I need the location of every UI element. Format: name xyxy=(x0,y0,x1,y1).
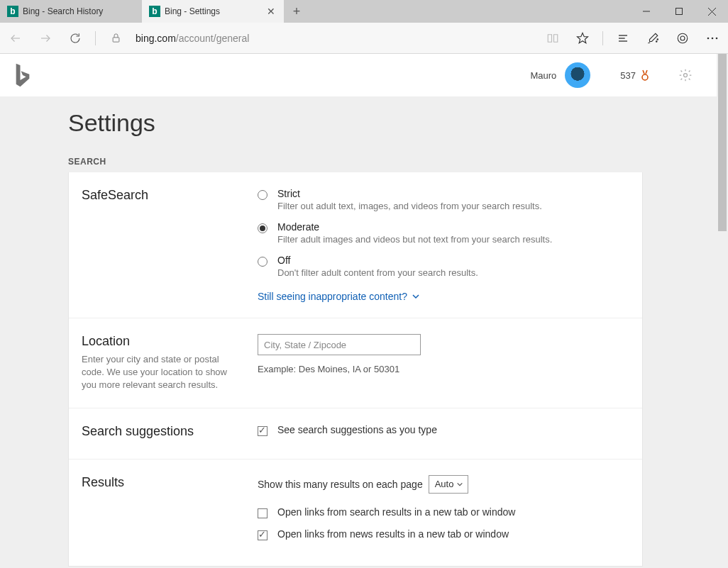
safesearch-heading: SafeSearch xyxy=(82,188,243,203)
option-title: Off xyxy=(277,255,478,266)
username[interactable]: Mauro xyxy=(530,70,556,81)
suggestions-checkbox-row[interactable]: See search suggestions as you type xyxy=(258,424,642,436)
separator xyxy=(95,31,96,45)
svg-point-14 xyxy=(680,36,685,40)
option-desc: Filter adult images and videos but not t… xyxy=(277,234,552,245)
checkbox-icon[interactable] xyxy=(258,530,268,540)
row-location: Location Enter your city and state or po… xyxy=(69,318,642,408)
svg-point-16 xyxy=(712,37,714,39)
svg-point-17 xyxy=(716,37,718,39)
forward-button[interactable] xyxy=(35,28,55,48)
results-perpage-select[interactable]: Auto xyxy=(429,475,469,494)
open-search-new-checkbox[interactable]: Open links from search results in a new … xyxy=(258,506,642,518)
minimize-button[interactable] xyxy=(630,0,663,23)
notes-button[interactable] xyxy=(643,28,663,48)
bing-header: Mauro 537 xyxy=(0,54,717,96)
open-news-new-checkbox[interactable]: Open links from news results in a new ta… xyxy=(258,528,642,540)
link-text: Still seeing inappropriate content? xyxy=(258,291,407,302)
lock-icon[interactable] xyxy=(106,28,126,48)
select-value: Auto xyxy=(435,479,454,489)
more-button[interactable] xyxy=(702,28,722,48)
rewards-points[interactable]: 537 xyxy=(620,69,650,81)
tab-search-history[interactable]: b Bing - Search History xyxy=(0,0,142,23)
row-results: Results Show this many results on each p… xyxy=(69,460,642,566)
bing-icon: b xyxy=(7,6,18,17)
bing-icon: b xyxy=(149,6,160,17)
share-button[interactable] xyxy=(673,28,693,48)
scrollbar-thumb[interactable] xyxy=(718,54,727,231)
checkbox-label: Open links from search results in a new … xyxy=(277,506,515,518)
safesearch-option-strict[interactable]: Strict Filter out adult text, images, an… xyxy=(258,188,642,211)
svg-point-19 xyxy=(684,74,688,77)
results-heading: Results xyxy=(82,475,243,490)
option-desc: Don't filter adult content from your sea… xyxy=(277,267,478,278)
chevron-down-icon xyxy=(456,481,463,488)
checkbox-label: Open links from news results in a new ta… xyxy=(277,528,509,540)
hub-button[interactable] xyxy=(613,28,633,48)
location-input[interactable] xyxy=(258,334,421,355)
chevron-down-icon xyxy=(412,292,420,301)
page-viewport: Mauro 537 Settings SEARCH SafeSearch xyxy=(0,54,728,568)
new-tab-button[interactable]: + xyxy=(284,0,309,23)
reading-view-button[interactable] xyxy=(543,28,563,48)
settings-panel: SafeSearch Strict Filter out adult text,… xyxy=(68,172,643,567)
location-heading: Location xyxy=(82,334,243,349)
vertical-scrollbar[interactable] xyxy=(717,54,728,568)
url-path: /account/general xyxy=(176,33,250,44)
refresh-button[interactable] xyxy=(65,28,85,48)
svg-rect-6 xyxy=(113,38,119,42)
checkbox-label: See search suggestions as you type xyxy=(277,424,437,435)
svg-point-11 xyxy=(656,40,658,42)
section-search-label: SEARCH xyxy=(68,157,717,167)
back-button[interactable] xyxy=(6,28,26,48)
svg-point-13 xyxy=(678,33,688,43)
row-suggestions: Search suggestions See search suggestion… xyxy=(69,408,642,460)
checkbox-icon[interactable] xyxy=(258,426,268,436)
svg-point-15 xyxy=(707,37,710,39)
maximize-button[interactable] xyxy=(663,0,695,23)
radio-icon[interactable] xyxy=(258,257,268,267)
window-controls xyxy=(630,0,728,23)
option-title: Strict xyxy=(277,188,542,199)
address-bar[interactable]: bing.com/account/general xyxy=(136,33,533,44)
favorite-button[interactable] xyxy=(573,28,592,48)
separator xyxy=(602,31,603,45)
svg-point-12 xyxy=(657,38,658,40)
url-host: bing.com xyxy=(136,33,176,44)
tab-title: Bing - Search History xyxy=(23,6,135,16)
svg-rect-1 xyxy=(676,9,683,15)
page-title: Settings xyxy=(68,96,717,137)
suggestions-heading: Search suggestions xyxy=(82,424,243,439)
tab-settings[interactable]: b Bing - Settings ✕ xyxy=(142,0,284,23)
option-desc: Filter out adult text, images, and video… xyxy=(277,201,542,211)
close-icon[interactable]: ✕ xyxy=(265,6,277,17)
radio-icon[interactable] xyxy=(258,223,268,233)
tab-title: Bing - Settings xyxy=(165,6,261,16)
results-perpage-label: Show this many results on each page xyxy=(258,479,423,490)
close-window-button[interactable] xyxy=(695,0,728,23)
browser-toolbar: bing.com/account/general xyxy=(0,23,728,54)
row-safesearch: SafeSearch Strict Filter out adult text,… xyxy=(69,172,642,318)
safesearch-option-moderate[interactable]: Moderate Filter adult images and videos … xyxy=(258,221,642,245)
option-title: Moderate xyxy=(277,221,552,233)
checkbox-icon[interactable] xyxy=(258,508,268,518)
avatar[interactable] xyxy=(565,62,590,88)
svg-marker-7 xyxy=(578,33,588,43)
svg-point-18 xyxy=(642,74,648,80)
radio-icon[interactable] xyxy=(258,190,268,200)
gear-icon[interactable] xyxy=(675,65,695,85)
bing-logo[interactable] xyxy=(13,61,33,89)
points-value: 537 xyxy=(620,70,636,81)
browser-titlebar: b Bing - Search History b Bing - Setting… xyxy=(0,0,728,23)
location-desc: Enter your city and state or postal code… xyxy=(82,353,243,392)
location-example: Example: Des Moines, IA or 50301 xyxy=(258,364,642,374)
safesearch-report-link[interactable]: Still seeing inappropriate content? xyxy=(258,291,420,302)
medal-icon xyxy=(640,69,650,81)
safesearch-option-off[interactable]: Off Don't filter adult content from your… xyxy=(258,255,642,278)
